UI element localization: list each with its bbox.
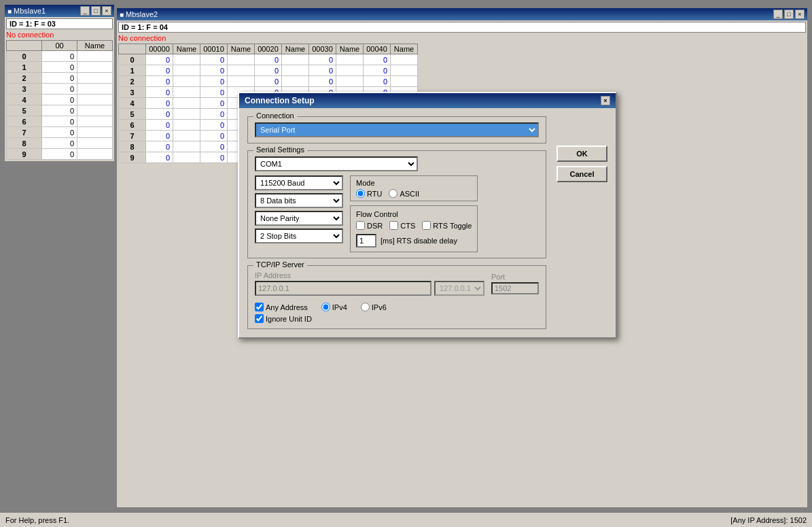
child-title-1: Mbslave1	[14, 7, 46, 15]
cell-value: 0	[255, 54, 282, 65]
row-header: 2	[119, 76, 146, 87]
ip-address-label: IP Address	[255, 271, 484, 279]
maximize-btn-2[interactable]: □	[784, 10, 794, 19]
serial-settings-group: Serial Settings COM1 COM2 COM3 115200 Ba…	[247, 150, 546, 258]
rts-delay-input[interactable]	[356, 234, 376, 248]
cell-name	[282, 76, 309, 87]
com-port-row: COM1 COM2 COM3	[255, 156, 539, 171]
serial-right: Mode RTU ASCII	[350, 175, 478, 252]
parity-select[interactable]: None Parity Even Parity Odd Parity	[255, 211, 343, 226]
cell-value: 0	[42, 51, 77, 62]
rtu-radio[interactable]	[356, 189, 365, 198]
ok-button[interactable]: OK	[557, 146, 607, 162]
cell-value: 0	[200, 65, 228, 76]
cell-value: 0	[42, 138, 77, 149]
connection-status-1: No connection	[6, 31, 113, 39]
close-btn-1[interactable]: ×	[102, 6, 111, 16]
cell-value: 0	[200, 109, 228, 120]
table-row: 50	[7, 105, 113, 116]
serial-settings-content: 115200 Baud 57600 Baud 38400 Baud 8 Data…	[255, 175, 539, 252]
ignore-unit-id-checkbox[interactable]	[255, 314, 264, 323]
data-bits-select[interactable]: 8 Data bits 7 Data bits	[255, 193, 343, 208]
close-btn-2[interactable]: ×	[795, 10, 805, 19]
table-row: 30	[7, 84, 113, 95]
cell-value: 0	[42, 62, 77, 73]
win-controls-1: _ □ ×	[80, 6, 111, 16]
row-header: 7	[119, 131, 146, 141]
maximize-btn-1[interactable]: □	[91, 6, 101, 16]
cell-value: 0	[255, 76, 282, 87]
any-address-label: Any Address	[255, 303, 308, 311]
cancel-button[interactable]: Cancel	[557, 166, 607, 182]
cell-name	[173, 141, 200, 152]
dsr-checkbox[interactable]	[356, 221, 365, 230]
ip-address-input[interactable]	[255, 281, 431, 296]
col-name1: Name	[173, 44, 200, 54]
flow-control-checkboxes: DSR CTS RTS Toggle	[356, 221, 472, 230]
cell-value: 0	[146, 76, 173, 87]
tcpip-address-row: IP Address 127.0.0.1 Port	[255, 271, 539, 296]
dialog-close-btn[interactable]: ×	[601, 96, 610, 105]
cell-value: 0	[364, 54, 391, 65]
col-00040: 00040	[364, 44, 391, 54]
cts-checkbox[interactable]	[389, 221, 398, 230]
rts-toggle-checkbox[interactable]	[422, 221, 431, 230]
child-title-2: Mbslave2	[126, 10, 158, 18]
table-row: 00	[7, 51, 113, 62]
row-header: 8	[119, 141, 146, 152]
com-port-select[interactable]: COM1 COM2 COM3	[255, 156, 418, 171]
port-field: Port	[491, 273, 539, 294]
cell-value: 0	[146, 141, 173, 152]
cell-name	[228, 54, 255, 65]
stop-bits-select[interactable]: 2 Stop Bits 1 Stop Bits	[255, 228, 343, 243]
col-header-row1	[7, 41, 42, 51]
row-header: 9	[7, 149, 42, 160]
table-row: 000000	[119, 54, 418, 65]
cell-name	[336, 65, 364, 76]
cell-name	[282, 65, 309, 76]
cell-value: 0	[200, 131, 228, 141]
port-input[interactable]	[491, 282, 539, 294]
cell-value: 0	[255, 65, 282, 76]
tcpip-options-row: Any Address IPv4 IPv6	[255, 300, 539, 311]
ipv6-radio[interactable]	[361, 303, 370, 311]
minimize-btn-1[interactable]: _	[80, 6, 90, 16]
row-header: 1	[119, 65, 146, 76]
ascii-radio[interactable]	[389, 189, 398, 198]
cell-value: 0	[146, 152, 173, 163]
cell-name	[173, 65, 200, 76]
baud-select[interactable]: 115200 Baud 57600 Baud 38400 Baud	[255, 175, 343, 190]
cell-name	[228, 76, 255, 87]
cell-name	[173, 87, 200, 98]
ipv4-radio[interactable]	[321, 303, 330, 311]
cts-label: CTS	[389, 221, 415, 230]
cell-value: 0	[146, 65, 173, 76]
child-window-mbslave1: ■ Mbslave1 _ □ × ID = 1: F = 03 No conne…	[3, 3, 116, 163]
any-address-checkbox[interactable]	[255, 303, 264, 311]
connection-row: Serial Port TCP/IP Server USB	[255, 122, 539, 137]
table-row: 70	[7, 127, 113, 138]
row-header: 1	[7, 62, 42, 73]
connection-group: Connection Serial Port TCP/IP Server USB	[247, 116, 546, 143]
mode-group: Mode RTU ASCII	[350, 175, 478, 201]
row-header: 0	[119, 54, 146, 65]
cell-value: 0	[42, 149, 77, 160]
cell-name	[77, 73, 113, 84]
cell-value: 0	[42, 95, 77, 105]
ipv4-label: IPv4	[321, 303, 347, 311]
row-header: 4	[119, 98, 146, 109]
win-controls-2: _ □ ×	[773, 10, 805, 19]
col-name5: Name	[391, 44, 418, 54]
cell-name	[77, 127, 113, 138]
id-bar-2: ID = 1: F = 04	[118, 22, 806, 33]
ip-dropdown[interactable]: 127.0.0.1	[434, 281, 484, 296]
minimize-btn-2[interactable]: _	[773, 10, 783, 19]
cell-value: 0	[200, 76, 228, 87]
mode-options: RTU ASCII	[356, 189, 472, 198]
ascii-label: ASCII	[389, 189, 419, 198]
table-row: 10	[7, 62, 113, 73]
row-header: 4	[7, 95, 42, 105]
cell-name	[391, 54, 418, 65]
connection-select[interactable]: Serial Port TCP/IP Server USB	[255, 122, 539, 137]
cell-value: 0	[146, 120, 173, 131]
